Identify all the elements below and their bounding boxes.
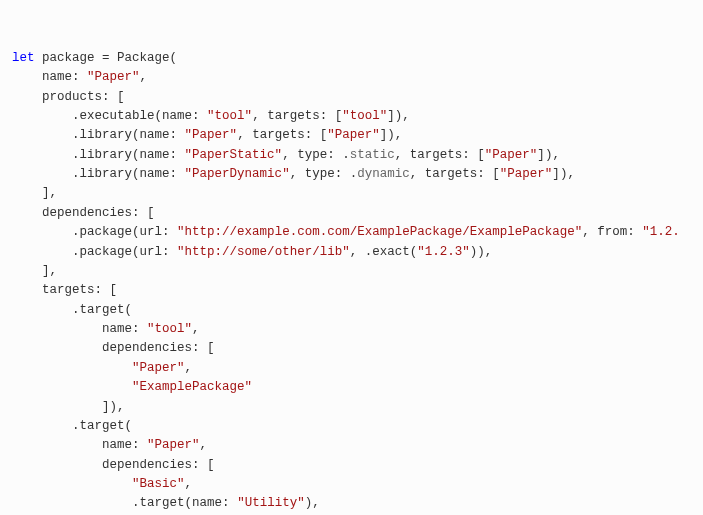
bracket-open: [ (117, 90, 125, 104)
str: "http://example.com.com/ExamplePackage/E… (177, 225, 582, 239)
label-deps: dependencies (42, 206, 132, 220)
colon: : (335, 167, 343, 181)
str: "Utility" (237, 496, 305, 510)
colon: : (462, 148, 470, 162)
label-name: name (42, 70, 72, 84)
colon: : (192, 109, 200, 123)
paren: ( (125, 419, 133, 433)
paren-open: ( (170, 51, 178, 65)
colon: : (627, 225, 635, 239)
colon: : (102, 90, 110, 104)
colon: : (305, 128, 313, 142)
label: targets (267, 109, 320, 123)
comma: , (350, 245, 358, 259)
dot: . (72, 167, 80, 181)
comma: , (402, 109, 410, 123)
dot: . (72, 225, 80, 239)
label: type (297, 148, 327, 162)
bracket: ] (102, 400, 110, 414)
paren: ( (132, 245, 140, 259)
colon: : (170, 148, 178, 162)
label: name (140, 167, 170, 181)
colon: : (222, 496, 230, 510)
bracket: ] (552, 167, 560, 181)
colon: : (132, 322, 140, 336)
fn: target (140, 496, 185, 510)
comma: , (185, 477, 193, 491)
dot: . (342, 148, 350, 162)
colon: : (162, 225, 170, 239)
label: from (597, 225, 627, 239)
paren: ( (132, 148, 140, 162)
dot: . (72, 109, 80, 123)
comma: , (50, 264, 58, 278)
dot: . (72, 245, 80, 259)
bracket: ] (537, 148, 545, 162)
var-package: package (42, 51, 95, 65)
comma: , (290, 167, 298, 181)
str-paper: "Paper" (87, 70, 140, 84)
dot: . (72, 128, 80, 142)
comma: , (395, 148, 403, 162)
str: "http://some/other/lib" (177, 245, 350, 259)
fn: exact (372, 245, 410, 259)
paren: ( (185, 496, 193, 510)
str: "Paper" (147, 438, 200, 452)
label: url (140, 245, 163, 259)
str: "tool" (147, 322, 192, 336)
label: name (102, 322, 132, 336)
label: dependencies (102, 341, 192, 355)
label: url (140, 225, 163, 239)
comma: , (485, 245, 493, 259)
label: dependencies (102, 458, 192, 472)
colon: : (132, 438, 140, 452)
fn: library (80, 128, 133, 142)
label: name (102, 438, 132, 452)
comma: , (185, 361, 193, 375)
str: "Paper" (132, 361, 185, 375)
keyword-let: let (12, 51, 35, 65)
paren: ( (155, 109, 163, 123)
label: targets (410, 148, 463, 162)
colon: : (132, 206, 140, 220)
code-block: let package = Package( name: "Paper", pr… (12, 49, 691, 515)
comma: , (312, 496, 320, 510)
colon: : (192, 458, 200, 472)
paren: ) (477, 245, 485, 259)
bracket: [ (207, 341, 215, 355)
label: name (162, 109, 192, 123)
comma: , (552, 148, 560, 162)
label: name (140, 128, 170, 142)
paren: ) (110, 400, 118, 414)
op-eq: = (102, 51, 110, 65)
str: "ExamplePackage" (132, 380, 252, 394)
label-products: products (42, 90, 102, 104)
str: "Paper" (485, 148, 538, 162)
colon: : (72, 70, 80, 84)
str: "Basic" (132, 477, 185, 491)
fn-executable: executable (80, 109, 155, 123)
bracket: ] (387, 109, 395, 123)
dot: . (72, 303, 80, 317)
bracket-close: ] (42, 264, 50, 278)
dot: . (132, 496, 140, 510)
colon: : (170, 167, 178, 181)
colon: : (192, 341, 200, 355)
paren: ) (387, 128, 395, 142)
colon: : (477, 167, 485, 181)
comma: , (252, 109, 260, 123)
comma: , (200, 438, 208, 452)
comma: , (582, 225, 590, 239)
label: targets (252, 128, 305, 142)
str: "Paper" (327, 128, 380, 142)
label: type (305, 167, 335, 181)
type-package: Package (117, 51, 170, 65)
paren: ( (132, 167, 140, 181)
bracket: [ (147, 206, 155, 220)
colon: : (170, 128, 178, 142)
fn: library (80, 148, 133, 162)
comma: , (192, 322, 200, 336)
colon: : (95, 283, 103, 297)
label: name (140, 148, 170, 162)
str: "Paper" (500, 167, 553, 181)
